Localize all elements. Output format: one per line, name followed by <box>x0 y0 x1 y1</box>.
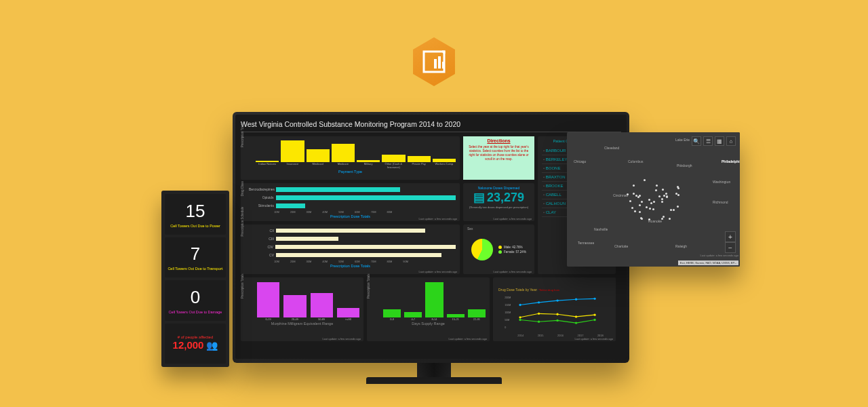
people-icon: 👥 <box>206 340 218 351</box>
map-attribution: Esri, HERE, Garmin, FAO, NOAA, USGS, EP.… <box>678 260 738 265</box>
line-chart-svg: 200M150M100M50M0 <box>498 294 610 331</box>
y-axis-label: Prescription Totals <box>241 273 244 298</box>
y-axis-label: Drug Class <box>241 181 244 196</box>
svg-point-10 <box>538 301 540 303</box>
directions-panel: Directions Select the year at the top ri… <box>463 136 534 180</box>
svg-point-14 <box>519 316 521 318</box>
y-axis-label: Prescription Totals <box>367 273 370 298</box>
sex-title: Sex <box>467 227 473 231</box>
x-ticks: 0-1920-4950-89>=90 <box>257 317 359 321</box>
svg-point-9 <box>519 304 521 306</box>
x-axis-label: Payment Type <box>245 170 456 174</box>
update-stamp: Last update: a few seconds ago <box>701 254 738 257</box>
dashboard-logo-icon <box>410 37 458 86</box>
chart-sex-pie[interactable]: Sex Male: 42.76% Female: 57.24% Last upd… <box>463 225 534 274</box>
kpi-value: 0 <box>191 287 200 308</box>
bar-series <box>256 139 456 162</box>
page-title: West Virginia Controlled Substance Monit… <box>241 120 621 128</box>
svg-point-13 <box>593 298 595 300</box>
kpi-damage: 0 Cell Towers Out Due to Damage <box>165 280 226 321</box>
svg-rect-2 <box>438 56 441 69</box>
pie-icon <box>471 239 493 260</box>
x-ticks: 10M20M30M40M50M60M70M80M90M <box>274 260 456 263</box>
kpi-value: 15 <box>186 201 205 222</box>
home-icon[interactable]: ⌂ <box>726 136 736 146</box>
update-stamp: Last update: a few seconds ago <box>419 217 457 220</box>
svg-text:50M: 50M <box>505 319 509 322</box>
monitor-base <box>366 377 502 384</box>
update-stamp: Last update: a few seconds ago <box>575 337 613 341</box>
map-panel[interactable]: Chicago Lake Erie Cincinnati Columbus Cl… <box>567 132 740 267</box>
svg-text:0: 0 <box>505 326 506 329</box>
pie-legend: Male: 42.76% Female: 57.24% <box>498 244 526 255</box>
chart-drug-class[interactable]: Drug Class Benzodiazepines Opioids Stimu… <box>241 183 460 221</box>
y-axis-label: Prescription Totals <box>241 122 244 147</box>
naloxone-icon: ▤ <box>473 190 485 205</box>
svg-point-23 <box>593 319 595 321</box>
svg-point-12 <box>575 298 577 301</box>
kpi-label: Cell Towers Out Due to Damage <box>169 310 222 314</box>
chart-yearly-line[interactable]: Drug Dose Totals by Year: *Select drug f… <box>493 277 616 341</box>
chart-mme[interactable]: Prescription Totals 0-1920-4950-89>=90 M… <box>241 277 363 341</box>
kpi-transport: 7 Cell Towers Out Due to Transport <box>165 237 226 278</box>
svg-rect-1 <box>434 59 437 69</box>
svg-point-16 <box>556 313 558 315</box>
x-ticks: 0-34-78-1415-2122-31 <box>383 317 486 321</box>
kpi-value: 12,000 <box>173 339 204 351</box>
basemap-icon[interactable]: ▦ <box>715 136 724 146</box>
update-stamp: Last update: a few seconds ago <box>494 270 532 273</box>
x-axis-label: Days Supply Range <box>371 322 486 326</box>
line-chart-title: Drug Dose Totals by Year: <box>498 288 538 292</box>
svg-text:100M: 100M <box>505 311 511 314</box>
kpi-people-affected: # of people affected 12,000👥 <box>165 324 226 364</box>
x-axis-categories: Indian NationsInsuranceMedicaidMedicareM… <box>256 162 456 169</box>
directions-header: Directions <box>466 138 532 143</box>
update-stamp: Last update: a few seconds ago <box>449 337 487 341</box>
svg-text:150M: 150M <box>505 304 511 307</box>
svg-text:200M: 200M <box>505 296 511 299</box>
y-axis-label: Prescription Schedule <box>241 206 244 236</box>
zoom-out-button[interactable]: − <box>725 242 736 253</box>
svg-rect-3 <box>442 62 445 69</box>
kpi-value: 7 <box>191 244 200 265</box>
svg-point-19 <box>519 319 521 321</box>
update-stamp: Last update: a few seconds ago <box>419 270 457 273</box>
svg-point-11 <box>556 299 558 301</box>
wv-cluster: document.write(Array.from({length:42},(_… <box>620 174 684 225</box>
svg-point-17 <box>575 315 577 317</box>
directions-body: Select the year at the top right for tha… <box>466 145 532 161</box>
zoom-in-button[interactable]: + <box>725 231 736 242</box>
naloxone-note: (Generally two doses dispensed per presc… <box>467 206 530 209</box>
svg-point-15 <box>538 313 540 315</box>
search-icon[interactable]: 🔍 <box>692 136 701 146</box>
map-toolbar: 🔍 ☰ ▦ ⌂ <box>692 136 736 146</box>
chart-payment-type[interactable]: Prescription Totals Indian NationsInsura… <box>241 136 460 180</box>
x-axis-label: Prescription Dose Totals <box>245 264 456 268</box>
svg-point-18 <box>593 314 595 316</box>
layers-icon[interactable]: ☰ <box>703 136 713 146</box>
update-stamp: Last update: a few seconds ago <box>494 217 532 220</box>
update-stamp: Last update: a few seconds ago <box>323 337 361 341</box>
kpi-label: Cell Towers Out Due to Transport <box>167 267 222 271</box>
divider <box>241 132 621 132</box>
naloxone-kpi: Naloxone Doses Dispensed ▤23,279 (Genera… <box>463 183 534 221</box>
line-chart-note: *Select drug from <box>538 288 559 292</box>
chart-days-supply[interactable]: Prescription Totals 0-34-78-1415-2122-31… <box>367 277 490 341</box>
svg-point-20 <box>538 321 540 323</box>
x-ticks: 10M20M30M40M50M60M70M80M <box>274 210 456 214</box>
svg-point-22 <box>575 322 577 324</box>
kpi-label: Cell Towers Out Due to Power <box>170 224 220 228</box>
naloxone-value: 23,279 <box>487 191 524 205</box>
kpi-power: 15 Cell Towers Out Due to Power <box>165 194 226 235</box>
chart-schedule[interactable]: Prescription Schedule CII CIII CIV CV 10… <box>241 225 460 274</box>
x-axis-label: Morphine Milligram Equivalent Range <box>245 322 359 326</box>
svg-point-21 <box>556 319 558 322</box>
kpi-card-stack: 15 Cell Towers Out Due to Power 7 Cell T… <box>161 191 229 367</box>
